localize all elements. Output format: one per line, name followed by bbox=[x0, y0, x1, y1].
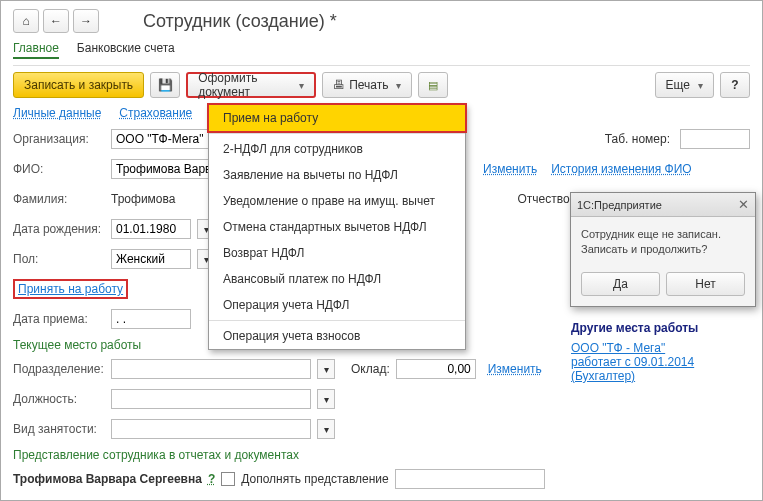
hire-link-box: Принять на работу bbox=[13, 279, 128, 299]
menu-item-2ndfl[interactable]: 2-НДФЛ для сотрудников bbox=[209, 136, 465, 162]
birth-input[interactable] bbox=[111, 219, 191, 239]
fio-history-link[interactable]: История изменения ФИО bbox=[551, 162, 692, 176]
employment-dropdown-icon[interactable]: ▾ bbox=[317, 419, 335, 439]
create-document-menu: Прием на работу 2-НДФЛ для сотрудников З… bbox=[208, 104, 466, 350]
other-places-block: Другие места работы ООО "ТФ - Мега" рабо… bbox=[571, 321, 741, 383]
save-and-close-button[interactable]: Записать и закрыть bbox=[13, 72, 144, 98]
window-nav: ⌂ ← → Сотрудник (создание) * bbox=[13, 9, 750, 33]
label-dept: Подразделение: bbox=[13, 362, 105, 376]
other-place-since-link[interactable]: работает с 09.01.2014 bbox=[571, 355, 694, 369]
menu-item-advance-ndfl[interactable]: Авансовый платеж по НДФЛ bbox=[209, 266, 465, 292]
label-hire-date: Дата приема: bbox=[13, 312, 105, 326]
label-employment: Вид занятости: bbox=[13, 422, 105, 436]
menu-item-cancel-std-deduction[interactable]: Отмена стандартных вычетов НДФЛ bbox=[209, 214, 465, 240]
representation-append-checkbox[interactable] bbox=[221, 472, 235, 486]
label-tabn: Таб. номер: bbox=[605, 132, 670, 146]
sex-input[interactable] bbox=[111, 249, 191, 269]
subtab-insurance[interactable]: Страхование bbox=[119, 106, 192, 120]
printer-icon: 🖶 bbox=[333, 78, 345, 92]
more-dropdown[interactable]: Еще bbox=[655, 72, 714, 98]
tab-main[interactable]: Главное bbox=[13, 39, 59, 59]
subtab-personal[interactable]: Личные данные bbox=[13, 106, 101, 120]
label-patronymic: Отчество bbox=[517, 192, 569, 206]
position-dropdown-icon[interactable]: ▾ bbox=[317, 389, 335, 409]
menu-item-deduction-application[interactable]: Заявление на вычеты по НДФЛ bbox=[209, 162, 465, 188]
label-surname: Фамилия: bbox=[13, 192, 105, 206]
print-dropdown[interactable]: 🖶Печать bbox=[322, 72, 412, 98]
dialog-line2: Записать и продолжить? bbox=[581, 242, 745, 257]
help-button[interactable]: ? bbox=[720, 72, 750, 98]
change-link[interactable]: Изменить bbox=[483, 162, 537, 176]
hire-date-input[interactable] bbox=[111, 309, 191, 329]
dept-input[interactable] bbox=[111, 359, 311, 379]
menu-item-contribution-operation[interactable]: Операция учета взносов bbox=[209, 323, 465, 349]
confirm-dialog: 1С:Предприятие ✕ Сотрудник еще не записа… bbox=[570, 192, 756, 307]
tab-bank-accounts[interactable]: Банковские счета bbox=[77, 39, 175, 59]
other-place-role-link[interactable]: (Бухгалтер) bbox=[571, 369, 635, 383]
dept-dropdown-icon[interactable]: ▾ bbox=[317, 359, 335, 379]
main-tabs: Главное Банковские счета bbox=[13, 39, 750, 66]
salary-input[interactable] bbox=[396, 359, 476, 379]
label-salary: Оклад: bbox=[351, 362, 390, 376]
page-title: Сотрудник (создание) * bbox=[143, 11, 337, 32]
forward-button[interactable]: → bbox=[73, 9, 99, 33]
dialog-close-icon[interactable]: ✕ bbox=[738, 197, 749, 212]
employment-input[interactable] bbox=[111, 419, 311, 439]
menu-item-hire[interactable]: Прием на работу bbox=[207, 103, 467, 133]
other-places-header: Другие места работы bbox=[571, 321, 741, 335]
dialog-yes-button[interactable]: Да bbox=[581, 272, 660, 296]
dialog-line1: Сотрудник еще не записан. bbox=[581, 227, 745, 242]
representation-append-label: Дополнять представление bbox=[241, 472, 388, 486]
position-input[interactable] bbox=[111, 389, 311, 409]
label-org: Организация: bbox=[13, 132, 105, 146]
representation-name: Трофимова Варвара Сергеевна bbox=[13, 472, 202, 486]
other-place-org-link[interactable]: ООО "ТФ - Мега" bbox=[571, 341, 665, 355]
section-representation: Представление сотрудника в отчетах и док… bbox=[13, 448, 750, 462]
label-position: Должность: bbox=[13, 392, 105, 406]
floppy-icon: 💾 bbox=[158, 78, 173, 92]
surname-value: Трофимова bbox=[111, 192, 175, 206]
menu-item-ndfl-return[interactable]: Возврат НДФЛ bbox=[209, 240, 465, 266]
create-document-dropdown[interactable]: Оформить документ bbox=[186, 72, 316, 98]
save-button[interactable]: 💾 bbox=[150, 72, 180, 98]
label-birth: Дата рождения: bbox=[13, 222, 105, 236]
label-sex: Пол: bbox=[13, 252, 105, 266]
salary-change-link[interactable]: Изменить bbox=[488, 362, 542, 376]
list-icon: ▤ bbox=[428, 79, 438, 92]
dialog-no-button[interactable]: Нет bbox=[666, 272, 745, 296]
label-fio: ФИО: bbox=[13, 162, 105, 176]
menu-item-property-deduction[interactable]: Уведомление о праве на имущ. вычет bbox=[209, 188, 465, 214]
home-button[interactable]: ⌂ bbox=[13, 9, 39, 33]
representation-append-input[interactable] bbox=[395, 469, 545, 489]
dialog-title-text: 1С:Предприятие bbox=[577, 199, 662, 211]
representation-help-icon[interactable]: ? bbox=[208, 472, 215, 486]
menu-item-ndfl-operation[interactable]: Операция учета НДФЛ bbox=[209, 292, 465, 318]
attachments-button[interactable]: ▤ bbox=[418, 72, 448, 98]
tab-number-input[interactable] bbox=[680, 129, 750, 149]
back-button[interactable]: ← bbox=[43, 9, 69, 33]
hire-link[interactable]: Принять на работу bbox=[18, 282, 123, 296]
toolbar: Записать и закрыть 💾 Оформить документ 🖶… bbox=[13, 72, 750, 98]
